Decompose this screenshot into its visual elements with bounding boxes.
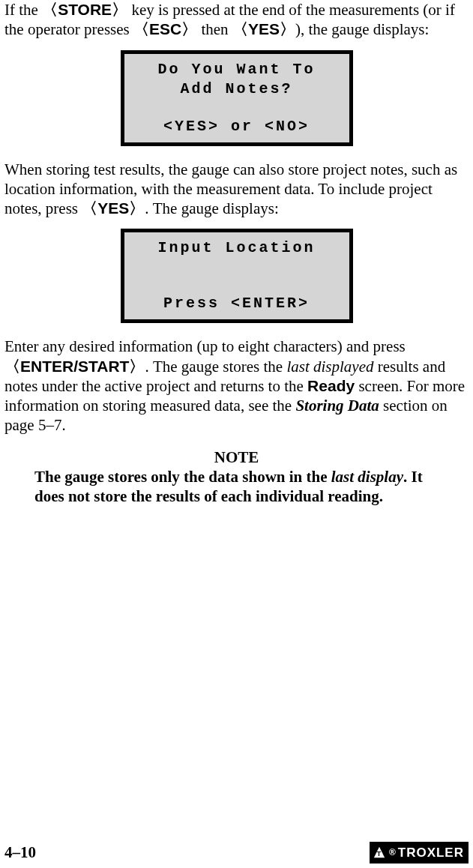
screen-line: Input Location bbox=[127, 238, 346, 258]
gauge-screen-add-notes: Do You Want To Add Notes? <YES> or <NO> bbox=[121, 50, 353, 146]
key-enter-start: ENTER/START bbox=[20, 358, 129, 375]
text: ), the gauge displays: bbox=[295, 20, 429, 38]
paragraph-store-prompt: If the 〈STORE〉 key is pressed at the end… bbox=[4, 0, 469, 40]
key-yes: YES bbox=[248, 20, 280, 37]
angle-bracket-left: 〈 bbox=[4, 358, 20, 376]
angle-bracket-right: 〉 bbox=[112, 1, 127, 19]
screen-line: Do You Want To bbox=[127, 60, 346, 79]
text: . The gauge displays: bbox=[145, 199, 278, 217]
page-footer: 4–10 T ® TROXLER bbox=[4, 842, 469, 864]
paragraph-enter-info: Enter any desired information (up to eig… bbox=[4, 337, 469, 435]
gauge-screen-input-location: Input Location Press <ENTER> bbox=[121, 229, 353, 323]
screen-blank-line bbox=[127, 276, 346, 294]
angle-bracket-right: 〉 bbox=[181, 20, 197, 38]
screen-line: <YES> or <NO> bbox=[127, 117, 346, 136]
troxler-logo: T ® TROXLER bbox=[370, 842, 469, 864]
italic-last-display: last display bbox=[331, 468, 403, 486]
key-store: STORE bbox=[58, 1, 112, 18]
svg-text:T: T bbox=[377, 851, 382, 858]
angle-bracket-left: 〈 bbox=[82, 199, 97, 217]
note-body: The gauge stores only the data shown in … bbox=[34, 467, 446, 507]
angle-bracket-left: 〈 bbox=[133, 20, 149, 38]
angle-bracket-right: 〉 bbox=[129, 358, 145, 376]
key-esc: ESC bbox=[149, 20, 181, 37]
screen-blank-line bbox=[127, 258, 346, 276]
note-heading: NOTE bbox=[4, 447, 469, 467]
text: . The gauge stores the bbox=[145, 358, 286, 376]
paragraph-project-notes: When storing test results, the gauge can… bbox=[4, 160, 469, 219]
registered-icon: ® bbox=[389, 847, 397, 858]
page-number: 4–10 bbox=[4, 843, 36, 862]
text: Enter any desired information (up to eig… bbox=[4, 337, 406, 355]
section-ref-storing-data: Storing Data bbox=[295, 397, 379, 415]
angle-bracket-left: 〈 bbox=[42, 1, 58, 19]
triangle-icon: T bbox=[373, 846, 386, 859]
text: then bbox=[197, 20, 232, 38]
angle-bracket-right: 〉 bbox=[280, 20, 295, 38]
text: If the bbox=[4, 1, 42, 19]
screen-blank-line bbox=[127, 99, 346, 117]
screen-line: Add Notes? bbox=[127, 79, 346, 99]
ready-screen-label: Ready bbox=[307, 377, 355, 394]
angle-bracket-right: 〉 bbox=[129, 199, 145, 217]
text: The gauge stores only the data shown in … bbox=[34, 468, 331, 486]
italic-last-displayed: last displayed bbox=[286, 358, 373, 376]
logo-text: TROXLER bbox=[398, 845, 464, 861]
key-yes: YES bbox=[97, 199, 129, 217]
angle-bracket-left: 〈 bbox=[232, 20, 248, 38]
screen-line: Press <ENTER> bbox=[127, 294, 346, 313]
